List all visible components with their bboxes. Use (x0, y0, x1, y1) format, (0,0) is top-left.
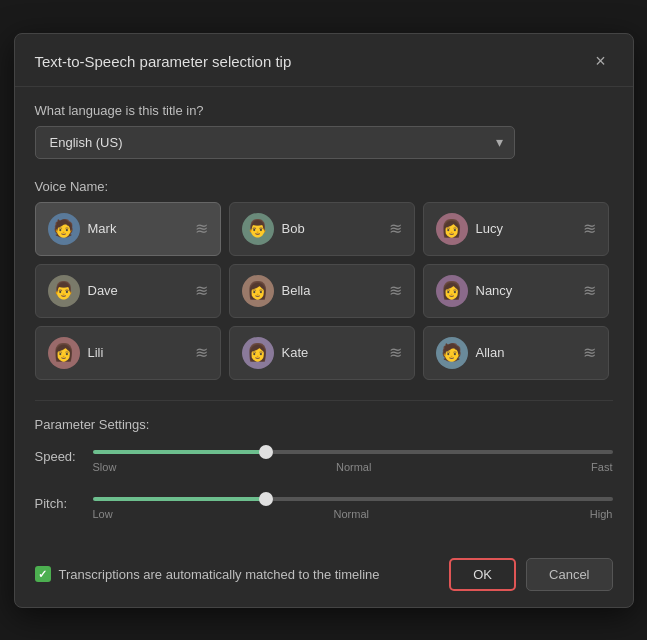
wave-icon-bella: ≋ (389, 281, 402, 300)
voice-name-kate: Kate (282, 345, 309, 360)
pitch-low-label: Low (93, 508, 113, 520)
pitch-slider-labels: Low Normal High (93, 508, 613, 520)
pitch-slider-container: Low Normal High (93, 487, 613, 520)
pitch-high-label: High (590, 508, 613, 520)
avatar-allan: 🧑 (436, 337, 468, 369)
speed-slider-labels: Slow Normal Fast (93, 461, 613, 473)
pitch-row: Pitch: Low Normal High (35, 487, 613, 520)
ok-button[interactable]: OK (449, 558, 516, 591)
pitch-normal-label: Normal (334, 508, 369, 520)
voice-card-left: 🧑 Allan (436, 337, 505, 369)
language-label: What language is this title in? (35, 103, 613, 118)
auto-match-checkbox[interactable] (35, 566, 51, 582)
avatar-mark: 🧑 (48, 213, 80, 245)
voice-card-left: 👩 Bella (242, 275, 311, 307)
wave-icon-nancy: ≋ (583, 281, 596, 300)
language-select[interactable]: English (US) English (UK) Spanish French… (35, 126, 515, 159)
avatar-lucy: 👩 (436, 213, 468, 245)
voice-card-left: 👩 Lili (48, 337, 104, 369)
voice-name-lili: Lili (88, 345, 104, 360)
dialog-title: Text-to-Speech parameter selection tip (35, 53, 292, 70)
avatar-bob: 👨 (242, 213, 274, 245)
cancel-button[interactable]: Cancel (526, 558, 612, 591)
voice-card-left: 🧑 Mark (48, 213, 117, 245)
voice-card-left: 👨 Bob (242, 213, 305, 245)
voice-card-left: 👩 Kate (242, 337, 309, 369)
voice-card-left: 👩 Lucy (436, 213, 503, 245)
speed-row: Speed: Slow Normal Fast (35, 440, 613, 473)
speed-normal-label: Normal (336, 461, 371, 473)
parameter-label: Parameter Settings: (35, 417, 613, 432)
close-button[interactable]: × (589, 50, 613, 74)
dialog-header: Text-to-Speech parameter selection tip × (15, 34, 633, 87)
voice-name-mark: Mark (88, 221, 117, 236)
speed-slider-container: Slow Normal Fast (93, 440, 613, 473)
voice-name-dave: Dave (88, 283, 118, 298)
voice-card-lucy[interactable]: 👩 Lucy ≋ (423, 202, 609, 256)
divider (35, 400, 613, 401)
voice-name-bella: Bella (282, 283, 311, 298)
voice-name-lucy: Lucy (476, 221, 503, 236)
pitch-slider[interactable] (93, 497, 613, 501)
wave-icon-dave: ≋ (195, 281, 208, 300)
speed-label: Speed: (35, 449, 85, 464)
voice-name-bob: Bob (282, 221, 305, 236)
wave-icon-lucy: ≋ (583, 219, 596, 238)
voice-card-bob[interactable]: 👨 Bob ≋ (229, 202, 415, 256)
voice-name-nancy: Nancy (476, 283, 513, 298)
voice-card-allan[interactable]: 🧑 Allan ≋ (423, 326, 609, 380)
auto-match-label: Transcriptions are automatically matched… (59, 567, 380, 582)
language-section: What language is this title in? English … (35, 103, 613, 159)
voice-label: Voice Name: (35, 179, 613, 194)
voice-card-lili[interactable]: 👩 Lili ≋ (35, 326, 221, 380)
pitch-label: Pitch: (35, 496, 85, 511)
footer-buttons: OK Cancel (449, 558, 612, 591)
speed-slider[interactable] (93, 450, 613, 454)
footer-left: Transcriptions are automatically matched… (35, 566, 380, 582)
dialog-body: What language is this title in? English … (15, 87, 633, 550)
avatar-lili: 👩 (48, 337, 80, 369)
voice-card-left: 👨 Dave (48, 275, 118, 307)
wave-icon-kate: ≋ (389, 343, 402, 362)
avatar-nancy: 👩 (436, 275, 468, 307)
voice-grid: 🧑 Mark ≋ 👨 Bob ≋ 👩 Lucy ≋ 👨 Dave ≋ (35, 202, 613, 380)
parameter-section: Parameter Settings: Speed: Slow Normal F… (35, 417, 613, 520)
voice-name-allan: Allan (476, 345, 505, 360)
wave-icon-allan: ≋ (583, 343, 596, 362)
wave-icon-mark: ≋ (195, 219, 208, 238)
voice-card-kate[interactable]: 👩 Kate ≋ (229, 326, 415, 380)
voice-section: Voice Name: 🧑 Mark ≋ 👨 Bob ≋ 👩 Lucy ≋ 👨 (35, 179, 613, 380)
avatar-bella: 👩 (242, 275, 274, 307)
voice-card-mark[interactable]: 🧑 Mark ≋ (35, 202, 221, 256)
voice-card-nancy[interactable]: 👩 Nancy ≋ (423, 264, 609, 318)
speed-fast-label: Fast (591, 461, 612, 473)
avatar-kate: 👩 (242, 337, 274, 369)
avatar-dave: 👨 (48, 275, 80, 307)
language-select-wrapper: English (US) English (UK) Spanish French… (35, 126, 515, 159)
speed-slow-label: Slow (93, 461, 117, 473)
dialog-footer: Transcriptions are automatically matched… (15, 550, 633, 607)
tts-dialog: Text-to-Speech parameter selection tip ×… (14, 33, 634, 608)
wave-icon-lili: ≋ (195, 343, 208, 362)
voice-card-dave[interactable]: 👨 Dave ≋ (35, 264, 221, 318)
voice-card-left: 👩 Nancy (436, 275, 513, 307)
voice-card-bella[interactable]: 👩 Bella ≋ (229, 264, 415, 318)
wave-icon-bob: ≋ (389, 219, 402, 238)
